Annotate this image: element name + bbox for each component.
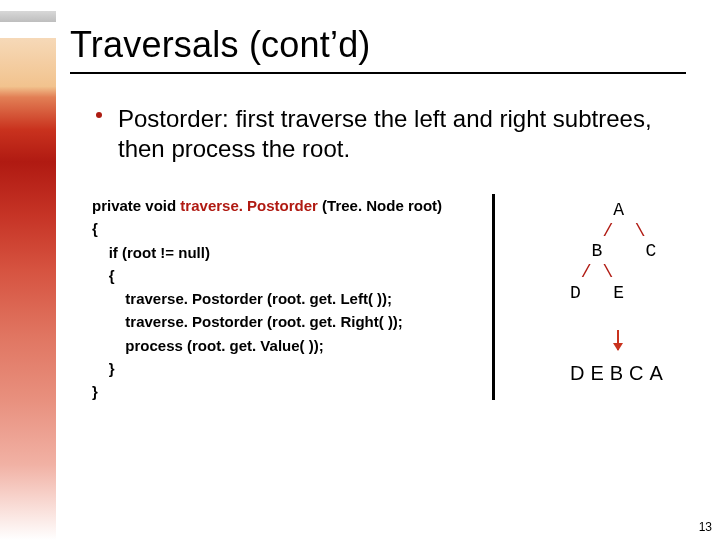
title-underline (70, 72, 686, 74)
code-line-left: traverse. Postorder (root. get. Left( ))… (92, 287, 492, 310)
tree-l2-back: \ (613, 221, 645, 241)
decorative-sidebar (0, 0, 56, 540)
tree-l3: B C (570, 241, 656, 261)
slide-title: Traversals (cont’d) (70, 24, 371, 66)
code-line-cond: if (root != null) (92, 241, 492, 264)
page-number: 13 (699, 520, 712, 534)
tree-diagram: A / \ B C / \ D E (570, 200, 656, 303)
code-line-process: process (root. get. Value( )); (92, 334, 492, 357)
tree-l4-back: \ (592, 262, 614, 282)
code-line-signature: private void traverse. Postorder (Tree. … (92, 194, 492, 217)
tree-l2-slash: / (570, 221, 613, 241)
slide: Traversals (cont’d) Postorder: first tra… (0, 0, 720, 540)
code-line-brace-close: } (92, 380, 492, 403)
code-line-right: traverse. Postorder (root. get. Right( )… (92, 310, 492, 333)
code-line-brace-open: { (92, 217, 492, 240)
traversal-output: DEBCA (570, 362, 669, 385)
bullet-text-block: Postorder: first traverse the left and r… (70, 104, 680, 164)
code-block: private void traverse. Postorder (Tree. … (92, 194, 495, 400)
bullet-text: Postorder: first traverse the left and r… (118, 104, 680, 164)
code-method-name: traverse. Postorder (180, 197, 318, 214)
tree-l1: A (570, 200, 624, 220)
tree-l4-slash: / (570, 262, 592, 282)
code-line-brace-open2: { (92, 264, 492, 287)
down-arrow-icon (617, 330, 619, 350)
code-line-brace-close2: } (92, 357, 492, 380)
code-sig-suffix: (Tree. Node root) (318, 197, 442, 214)
code-sig-prefix: private void (92, 197, 180, 214)
tree-l5: D E (570, 283, 624, 303)
